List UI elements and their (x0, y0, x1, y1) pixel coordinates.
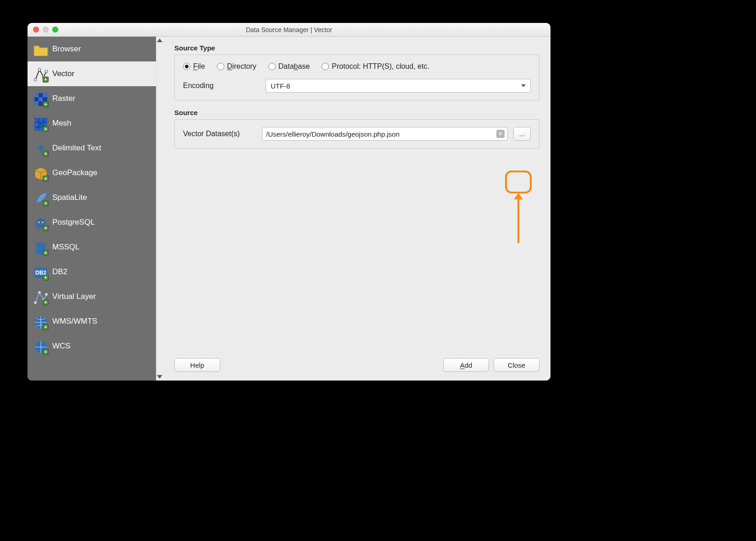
sidebar-item-label: SpatiaLite (52, 193, 87, 202)
browse-button[interactable]: … (513, 127, 531, 141)
close-button-label: Close (508, 361, 525, 369)
dialog-footer: Help Add Close (163, 355, 550, 381)
sidebar-item-label: DB2 (52, 267, 67, 276)
plus-badge-icon: + (43, 349, 49, 355)
radio-label: Database (278, 62, 310, 71)
source-type-radio-database[interactable]: Database (268, 62, 310, 71)
radio-label: File (193, 62, 205, 71)
browse-button-label: … (519, 130, 525, 138)
sidebar: Browser+Vector+Raster+Mesh+Delimited Tex… (28, 37, 156, 381)
encoding-row: Encoding UTF-8 (183, 79, 531, 93)
source-type-radio-directory[interactable]: Directory (217, 62, 256, 71)
sidebar-item-delimited-text[interactable]: +Delimited Text (28, 136, 156, 160)
data-source-manager-window: Data Source Manager | Vector Browser+Vec… (28, 23, 550, 381)
content-area: Source Type FileDirectoryDatabaseProtoco… (163, 37, 550, 355)
source-type-group: FileDirectoryDatabaseProtocol: HTTP(S), … (174, 55, 539, 100)
svg-point-11 (39, 222, 40, 223)
plus-badge-icon: + (43, 250, 49, 256)
vector-dataset-path: /Users/ellieroy/Downloads/geojson.php.js… (266, 130, 494, 138)
sidebar-item-label: PostgreSQL (52, 218, 95, 227)
source-group: Vector Dataset(s) /Users/ellieroy/Downlo… (174, 119, 539, 149)
scroll-down-icon[interactable] (157, 375, 162, 379)
plus-badge-icon: + (43, 151, 49, 157)
sidebar-item-vector[interactable]: +Vector (28, 61, 156, 86)
sidebar-item-label: Delimited Text (52, 144, 101, 153)
sidebar-item-spatialite[interactable]: +SpatiaLite (28, 185, 156, 210)
svg-rect-8 (34, 101, 39, 106)
radio-label: Directory (227, 62, 256, 71)
svg-point-15 (34, 301, 37, 304)
add-button[interactable]: Add (443, 358, 489, 372)
sidebar-scrollbar[interactable] (156, 37, 163, 381)
sidebar-item-label: Vector (52, 69, 74, 78)
sidebar-item-wcs[interactable]: +WCS (28, 334, 156, 359)
radio-icon (268, 63, 276, 70)
help-button-label: Help (190, 361, 205, 369)
sidebar-item-label: GeoPackage (52, 168, 97, 177)
sidebar-item-label: WMS/WMTS (52, 317, 97, 326)
sidebar-item-postgresql[interactable]: +PostgreSQL (28, 210, 156, 235)
plus-badge-icon: + (43, 126, 49, 132)
chevron-down-icon (521, 84, 526, 87)
window-title: Data Source Manager | Vector (28, 26, 550, 33)
svg-point-3 (45, 70, 48, 73)
plus-badge-icon: + (43, 275, 49, 281)
svg-rect-6 (43, 93, 47, 97)
help-button[interactable]: Help (174, 358, 220, 372)
vector-dataset-row: Vector Dataset(s) /Users/ellieroy/Downlo… (183, 127, 531, 141)
close-button[interactable]: Close (494, 358, 539, 372)
plus-badge-icon: + (43, 176, 49, 182)
svg-point-0 (34, 78, 37, 81)
sidebar-item-label: Raster (52, 94, 75, 103)
sidebar-item-label: Browser (52, 44, 81, 54)
sidebar-item-label: Mesh (52, 119, 72, 128)
folder-icon (32, 41, 50, 59)
encoding-select[interactable]: UTF-8 (266, 79, 531, 93)
sidebar-item-mssql[interactable]: +MSSQL (28, 235, 156, 259)
radio-icon (183, 63, 190, 70)
source-type-heading: Source Type (174, 44, 539, 52)
main-panel: Source Type FileDirectoryDatabaseProtoco… (163, 37, 550, 381)
sidebar-item-raster[interactable]: +Raster (28, 86, 156, 111)
vector-dataset-input[interactable]: /Users/ellieroy/Downloads/geojson.php.js… (262, 127, 508, 141)
source-type-radio-row: FileDirectoryDatabaseProtocol: HTTP(S), … (183, 62, 531, 71)
sidebar-item-geopackage[interactable]: +GeoPackage (28, 160, 156, 185)
plus-badge-icon: + (43, 77, 49, 83)
sidebar-item-label: Virtual Layer (52, 292, 96, 301)
sidebar-item-label: MSSQL (52, 243, 80, 252)
radio-icon (322, 63, 329, 70)
svg-point-18 (45, 293, 48, 296)
titlebar: Data Source Manager | Vector (28, 23, 550, 37)
source-heading: Source (174, 109, 539, 116)
source-type-radio-protocol[interactable]: Protocol: HTTP(S), cloud, etc. (322, 62, 429, 71)
radio-icon (217, 63, 224, 70)
add-button-label: Add (460, 361, 472, 369)
sidebar-item-virtual-layer[interactable]: +Virtual Layer (28, 284, 156, 309)
plus-badge-icon: + (43, 324, 49, 330)
source-type-radio-file[interactable]: File (183, 62, 205, 71)
svg-point-16 (38, 291, 41, 294)
sidebar-item-db2[interactable]: DB2+DB2 (28, 259, 156, 284)
encoding-label: Encoding (183, 82, 256, 90)
plus-badge-icon: + (43, 225, 49, 231)
sidebar-item-wms-wmts[interactable]: +WMS/WMTS (28, 309, 156, 334)
vector-dataset-label: Vector Dataset(s) (183, 130, 256, 138)
scroll-up-icon[interactable] (157, 39, 162, 42)
plus-badge-icon: + (43, 200, 49, 206)
dialog-body: Browser+Vector+Raster+Mesh+Delimited Tex… (28, 37, 550, 381)
clear-input-icon[interactable]: ✕ (496, 130, 505, 138)
plus-badge-icon: + (43, 299, 49, 305)
sidebar-item-browser[interactable]: Browser (28, 37, 156, 61)
encoding-value: UTF-8 (271, 82, 290, 90)
svg-rect-7 (39, 97, 43, 101)
plus-badge-icon: + (43, 101, 49, 107)
sidebar-item-label: WCS (52, 342, 71, 351)
radio-label: Protocol: HTTP(S), cloud, etc. (332, 62, 429, 71)
svg-point-12 (42, 222, 44, 223)
svg-rect-5 (34, 93, 39, 97)
sidebar-item-mesh[interactable]: +Mesh (28, 111, 156, 136)
svg-point-1 (38, 68, 41, 71)
